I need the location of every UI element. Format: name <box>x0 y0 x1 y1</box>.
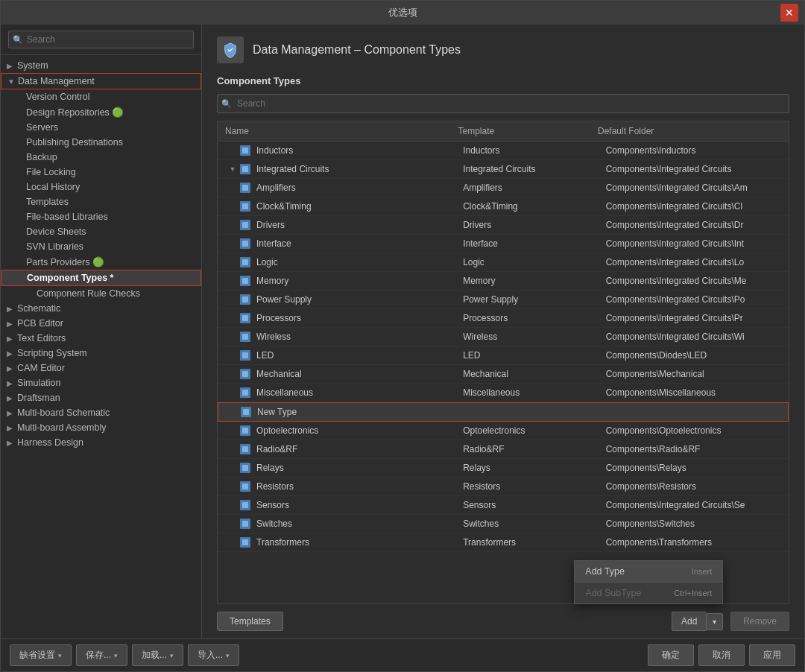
folder-cell: Components\Switches <box>599 517 789 530</box>
sidebar-item-simulation[interactable]: ▶Simulation <box>1 375 201 390</box>
table-row[interactable]: ▼Integrated CircuitsIntegrated CircuitsC… <box>218 160 789 179</box>
sidebar-item-scripting-system[interactable]: ▶Scripting System <box>1 346 201 361</box>
sidebar-item-harness-design[interactable]: ▶Harness Design <box>1 435 201 450</box>
close-button[interactable]: ✕ <box>780 4 798 22</box>
name-cell: Amplifiers <box>218 181 455 194</box>
add-dropdown-arrow[interactable]: ▾ <box>706 613 723 630</box>
sidebar-item-publishing-destinations[interactable]: Publishing Destinations <box>1 135 201 150</box>
tree-arrow: ▶ <box>7 305 17 313</box>
footer-right-btn-0[interactable]: 确定 <box>648 644 694 666</box>
folder-cell: Components\Mechanical <box>599 367 789 381</box>
table-row[interactable]: RelaysRelaysComponents\Relays <box>218 459 789 478</box>
template-cell: LED <box>455 349 599 362</box>
sidebar-item-multi-board-schematic[interactable]: ▶Multi-board Schematic <box>1 405 201 420</box>
sidebar-item-pcb-editor[interactable]: ▶PCB Editor <box>1 316 201 331</box>
table-row[interactable]: MemoryMemoryComponents\Integrated Circui… <box>218 272 789 291</box>
tree-arrow: ▶ <box>7 349 17 358</box>
sidebar-item-label: Version Control <box>26 92 89 102</box>
row-name: Optoelectronics <box>256 425 318 436</box>
table-row[interactable]: SensorsSensorsComponents\Integrated Circ… <box>218 496 789 515</box>
component-type-icon <box>240 537 250 548</box>
sidebar-item-file-based-libraries[interactable]: File-based Libraries <box>1 209 201 224</box>
sidebar-item-device-sheets[interactable]: Device Sheets <box>1 224 201 239</box>
row-name: Transformers <box>256 537 309 548</box>
sidebar-item-svn-libraries[interactable]: SVN Libraries <box>1 239 201 254</box>
remove-button[interactable]: Remove <box>730 612 789 631</box>
footer-left-btn-2[interactable]: 加载...▾ <box>132 644 183 666</box>
name-cell: Switches <box>218 517 455 530</box>
table-row[interactable]: InterfaceInterfaceComponents\Integrated … <box>218 235 789 253</box>
sidebar-item-label: Harness Design <box>17 437 83 448</box>
table-row[interactable]: SwitchesSwitchesComponents\Switches <box>218 515 789 533</box>
sidebar-search-bar: 🔍 <box>1 25 201 55</box>
table-row[interactable]: LogicLogicComponents\Integrated Circuits… <box>218 253 789 272</box>
tree-arrow: ▶ <box>7 379 17 387</box>
sidebar-item-system[interactable]: ▶System <box>1 58 201 73</box>
table-row[interactable]: Radio&RFRadio&RFComponents\Radio&RF <box>218 440 789 459</box>
sidebar-item-text-editors[interactable]: ▶Text Editors <box>1 331 201 346</box>
sidebar-item-component-types[interactable]: Component Types * <box>1 270 201 286</box>
row-name: Power Supply <box>256 294 312 305</box>
table-row[interactable]: Clock&TimingClock&TimingComponents\Integ… <box>218 197 789 216</box>
row-name: Radio&RF <box>256 444 297 454</box>
folder-cell: Components\Integrated Circuits\Wi <box>599 330 789 343</box>
sidebar-item-label: Data Management <box>18 76 95 86</box>
sidebar-item-backup[interactable]: Backup <box>1 150 201 165</box>
tree-arrow: ▶ <box>7 320 17 328</box>
table-row[interactable]: Power SupplyPower SupplyComponents\Integ… <box>218 291 789 309</box>
row-name: Relays <box>256 463 284 473</box>
add-subtype-item[interactable]: Add SubType Ctrl+Insert <box>575 583 722 603</box>
sidebar-item-parts-providers[interactable]: Parts Providers 🟢 <box>1 254 201 270</box>
sidebar-item-cam-editor[interactable]: ▶CAM Editor <box>1 361 201 375</box>
sidebar-item-file-locking[interactable]: File Locking <box>1 165 201 180</box>
footer-right-btn-2[interactable]: 应用 <box>749 644 795 666</box>
table-row[interactable]: TransformersTransformersComponents\Trans… <box>218 533 789 552</box>
component-types-table: Name Template Default Folder InductorsIn… <box>217 121 789 604</box>
folder-cell: Components\Integrated Circuits\Int <box>599 237 789 250</box>
footer-left-btn-1[interactable]: 保存...▾ <box>76 644 127 666</box>
table-row[interactable]: AmplifiersAmplifiersComponents\Integrate… <box>218 179 789 197</box>
row-expand-icon[interactable]: ▼ <box>228 165 237 174</box>
tree-arrow: ▶ <box>7 364 17 373</box>
sidebar-item-multi-board-assembly[interactable]: ▶Multi-board Assembly <box>1 420 201 435</box>
sidebar-item-local-history[interactable]: Local History <box>1 180 201 194</box>
table-row[interactable]: New Type <box>218 402 789 422</box>
sidebar-item-data-management[interactable]: ▼Data Management <box>1 73 201 89</box>
template-cell: Resistors <box>455 480 599 493</box>
table-row[interactable]: MiscellaneousMiscellaneousComponents\Mis… <box>218 384 789 402</box>
sidebar-item-draftsman[interactable]: ▶Draftsman <box>1 390 201 405</box>
sidebar-item-servers[interactable]: Servers <box>1 120 201 135</box>
sidebar-item-version-control[interactable]: Version Control <box>1 89 201 104</box>
component-type-icon <box>240 481 250 492</box>
sidebar-item-schematic[interactable]: ▶Schematic <box>1 301 201 316</box>
sidebar-item-component-rule-checks[interactable]: Component Rule Checks <box>1 286 201 301</box>
table-row[interactable]: WirelessWirelessComponents\Integrated Ci… <box>218 328 789 346</box>
sidebar-item-label: Local History <box>26 182 80 192</box>
table-row[interactable]: ResistorsResistorsComponents\Resistors <box>218 478 789 496</box>
footer-btn-arrow: ▾ <box>170 652 174 659</box>
table-row[interactable]: DriversDriversComponents\Integrated Circ… <box>218 216 789 235</box>
footer-right-btn-1[interactable]: 取消 <box>698 644 745 666</box>
table-row[interactable]: MechanicalMechanicalComponents\Mechanica… <box>218 365 789 384</box>
add-button[interactable]: Add <box>672 612 706 631</box>
footer-left-btn-3[interactable]: 导入...▾ <box>188 644 239 666</box>
sidebar-search-input[interactable] <box>8 31 194 48</box>
preferences-window: 优选项 ✕ 🔍 ▶System▼Data ManagementVersion C… <box>0 0 805 672</box>
table-row[interactable]: LEDLEDComponents\Diodes\LED <box>218 346 789 365</box>
window-title: 优选项 <box>25 6 780 19</box>
row-name: Interface <box>256 238 291 249</box>
table-row[interactable]: ProcessorsProcessorsComponents\Integrate… <box>218 309 789 328</box>
bottom-bar: Templates Add ▾ Add Type Insert <box>217 604 789 638</box>
table-search-input[interactable] <box>217 94 789 113</box>
row-expand-icon <box>228 388 237 397</box>
table-row[interactable]: InductorsInductorsComponents\Inductors <box>218 142 789 160</box>
add-type-item[interactable]: Add Type Insert <box>575 561 722 582</box>
component-type-icon <box>240 369 250 379</box>
template-cell: Mechanical <box>455 367 599 381</box>
footer-left-btn-0[interactable]: 缺省设置▾ <box>10 644 72 666</box>
table-row[interactable]: OptoelectronicsOptoelectronicsComponents… <box>218 422 789 440</box>
name-cell: Optoelectronics <box>218 424 455 437</box>
sidebar-item-templates[interactable]: Templates <box>1 194 201 209</box>
sidebar-item-design-repos[interactable]: Design Repositories 🟢 <box>1 104 201 120</box>
templates-button[interactable]: Templates <box>217 612 283 631</box>
